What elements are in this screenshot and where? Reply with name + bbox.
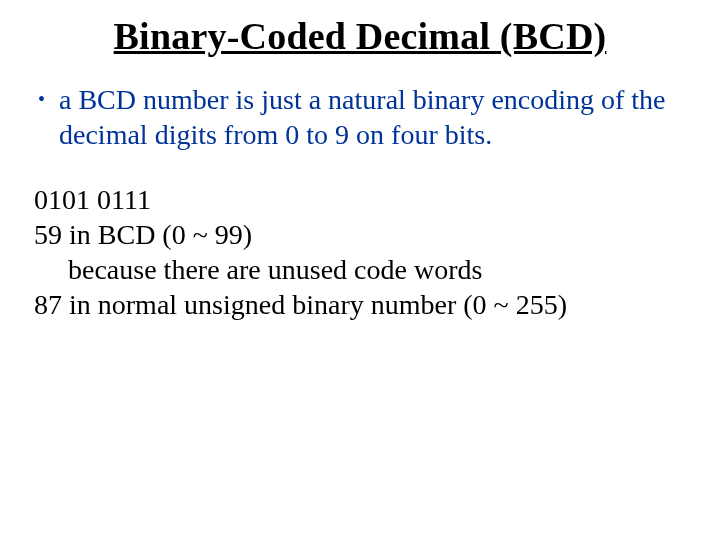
body-line-4: 87 in normal unsigned binary number (0 ~… [34,287,690,322]
page-title: Binary-Coded Decimal (BCD) [30,14,690,58]
body-line-2: 59 in BCD (0 ~ 99) [34,217,690,252]
body-block: 0101 0111 59 in BCD (0 ~ 99) because the… [30,182,690,322]
slide: Binary-Coded Decimal (BCD) • a BCD numbe… [0,0,720,322]
bullet-item: • a BCD number is just a natural binary … [30,82,690,152]
body-line-3: because there are unused code words [34,252,690,287]
body-line-1: 0101 0111 [34,182,690,217]
bullet-dot-icon: • [38,82,45,116]
bullet-text: a BCD number is just a natural binary en… [59,82,690,152]
